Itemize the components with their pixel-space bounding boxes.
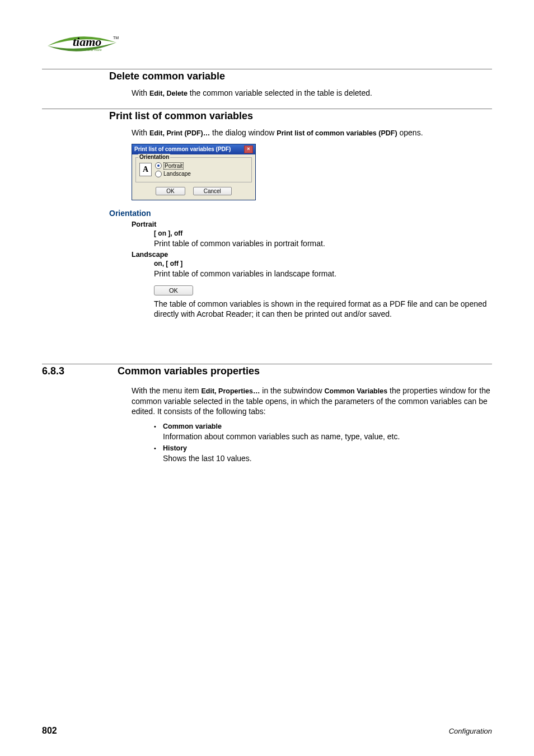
landscape-term: Landscape — [132, 251, 492, 259]
landscape-values: on, [ off ] — [154, 260, 492, 267]
dialog-screenshot: Print list of common variables (PDF) × O… — [132, 144, 492, 200]
landscape-body: Print table of common variables in lands… — [154, 269, 492, 279]
section-title-print: Print list of common variables — [109, 110, 492, 122]
bullet-body: Shows the last 10 values. — [163, 453, 252, 464]
orientation-icon: A — [139, 163, 152, 176]
dialog-title-text: Print list of common variables (PDF) — [134, 146, 231, 152]
portrait-values: [ on ], off — [154, 229, 492, 237]
brand-logo: tiamo TM titration and more — [45, 34, 123, 55]
divider — [42, 109, 492, 109]
radio-portrait-label: Portrait — [163, 162, 184, 170]
bullet-body: Information about common variables such … — [163, 431, 400, 442]
section-title-delete: Delete common variable — [109, 71, 492, 82]
orientation-heading: Orientation — [109, 209, 492, 218]
logo-text: tiamo — [73, 35, 101, 49]
portrait-body: Print table of common variables in portr… — [154, 238, 492, 248]
bullet-icon: • — [154, 444, 163, 464]
divider — [42, 364, 492, 364]
close-icon[interactable]: × — [244, 145, 253, 153]
bullet-item-common-variable: • Common variable Information about comm… — [154, 422, 492, 442]
ok-button-figure: OK — [154, 285, 492, 295]
bullet-head: History — [163, 444, 252, 453]
page-number: 802 — [42, 726, 57, 736]
radio-landscape[interactable] — [155, 171, 162, 177]
bullet-item-history: • History Shows the last 10 values. — [154, 444, 492, 464]
dialog-titlebar: Print list of common variables (PDF) × — [132, 144, 255, 154]
logo-sub: titration and more — [76, 48, 102, 51]
section1-body: With Edit, Delete the common variable se… — [132, 88, 492, 98]
radio-landscape-label: Landscape — [163, 171, 191, 177]
ok-body: The table of common variables is shown i… — [154, 299, 492, 319]
section-title-properties: Common variables properties — [118, 365, 260, 377]
radio-portrait[interactable] — [155, 162, 162, 169]
ok-button[interactable]: OK — [156, 187, 185, 195]
portrait-term: Portrait — [132, 220, 492, 228]
fieldset-legend: Orientation — [138, 154, 170, 160]
footer-section-name: Configuration — [449, 727, 492, 735]
section2-body: With Edit, Print (PDF)… the dialog windo… — [132, 128, 492, 138]
logo-tm: TM — [113, 36, 119, 40]
cancel-button[interactable]: Cancel — [193, 187, 232, 195]
section3-body: With the menu item Edit, Properties… in … — [132, 386, 492, 416]
section-number: 6.8.3 — [42, 365, 118, 377]
divider — [42, 69, 492, 69]
bullet-head: Common variable — [163, 422, 400, 431]
bullet-icon: • — [154, 422, 163, 442]
ok-button-image: OK — [154, 285, 193, 295]
